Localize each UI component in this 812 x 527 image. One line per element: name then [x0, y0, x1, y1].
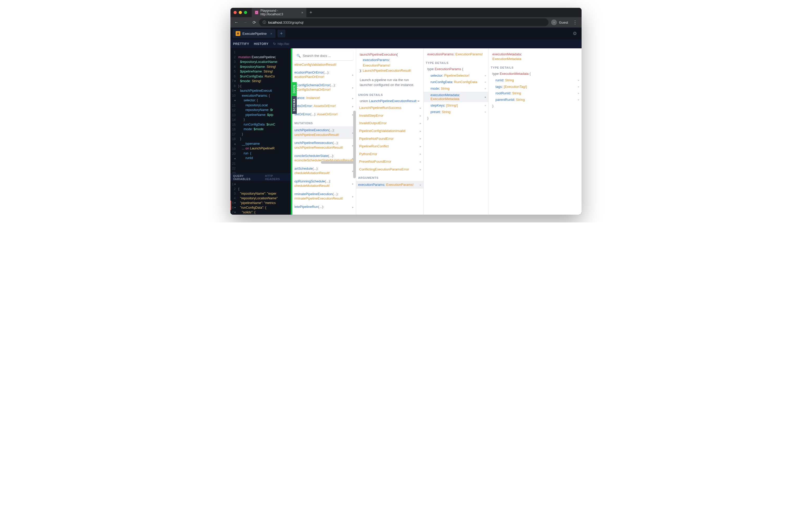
union-member[interactable]: ConflictingExecutionParamsError▸ [356, 166, 423, 173]
list-item[interactable]: stance: Instance!▸ [292, 94, 356, 102]
profile-chip[interactable]: ◦ Guest [550, 19, 570, 25]
union-member[interactable]: InvalidOutputError▸ [356, 119, 423, 127]
type-field[interactable]: mode: String▸ [424, 85, 489, 92]
playground-tab[interactable]: M ExecutePipeline × [233, 29, 275, 38]
variables-header[interactable]: QUERY VARIABLES HTTP HEADERS [230, 174, 291, 181]
avatar-icon: ◦ [551, 19, 557, 25]
endpoint-text: http://loc [277, 42, 289, 46]
union-member[interactable]: PipelineConfigValidationInvalid▸ [356, 127, 423, 135]
chevron-right-icon: ▸ [352, 195, 354, 198]
chevron-right-icon: ▸ [420, 137, 421, 140]
type-field[interactable]: preset: String▸ [424, 109, 489, 115]
mutations-header: MUTATIONS [292, 119, 356, 126]
union-member[interactable]: PipelineNotFoundError▸ [356, 135, 423, 143]
forward-button[interactable]: → [241, 18, 249, 26]
list-item[interactable]: ecutionPlanOrError(...):ecutionPlanOrErr… [292, 69, 356, 81]
arguments-header: ARGUMENTS [356, 173, 423, 181]
variables-code[interactable]: { "repositoryName": "exper "repositoryLo… [237, 181, 291, 215]
side-tabs: DOCS SCHEMA [292, 82, 297, 114]
chevron-right-icon: ▸ [420, 106, 421, 110]
type-details-header: TYPE DETAILS [489, 63, 582, 71]
type-close: } [424, 115, 489, 121]
type-field[interactable]: parentRunId: String▸ [489, 96, 582, 103]
type-close: } [489, 103, 582, 109]
line-gutter: 1234567 ▾89 ▾10 ▾1112131415161718 ▾1920 … [230, 48, 237, 174]
chevron-right-icon: ▸ [578, 98, 579, 101]
chevron-right-icon: ▸ [420, 160, 421, 164]
type-field[interactable]: stepKeys: [String!]▸ [424, 102, 489, 109]
list-item[interactable]: opRunningSchedule(...):cheduleMutationRe… [292, 178, 356, 190]
docs-search[interactable]: 🔍 [294, 51, 353, 60]
favicon-icon [255, 11, 258, 14]
new-tab-button[interactable]: + [306, 10, 316, 15]
list-item[interactable]: letePipelineRun(...):▸ [292, 203, 356, 211]
argument-item[interactable]: executionParams: ExecutionParams! ▸ [356, 181, 423, 189]
list-item[interactable]: artSchedule(...):cheduleMutationResult!▸ [292, 165, 356, 178]
tab-close-icon[interactable]: × [301, 11, 303, 15]
docs-detail-column: launchPipelineExecution( executionParams… [356, 48, 424, 215]
profile-label: Guest [559, 20, 568, 25]
type-open: type ExecutionParams { [424, 66, 489, 72]
playground-toolbar: PRETTIFY HISTORY ↻ http://loc [230, 40, 582, 48]
query-editor[interactable]: 1234567 ▾89 ▾10 ▾1112131415161718 ▾1920 … [230, 48, 291, 215]
endpoint-display[interactable]: ↻ http://loc [273, 42, 289, 46]
list-item[interactable]: elineConfigValidationResult! [292, 62, 356, 69]
zoom-icon[interactable] [244, 11, 247, 14]
variables-editor[interactable]: 1 ▾2345 ▾6 ▾7 ▾ { "repositoryName": "exp… [230, 181, 291, 215]
list-item[interactable]: setOrError(...): AssetOrError!▸ [292, 110, 356, 119]
browser-navbar: ← → ⟳ ⓘ localhost:3333/graphql ◦ Guest ⋮ [230, 17, 582, 28]
chevron-right-icon: ▸ [420, 167, 421, 171]
http-headers-label[interactable]: HTTP HEADERS [265, 175, 288, 181]
type-field[interactable]: runConfigData: RunConfigData▸ [424, 79, 489, 85]
docs-nested-type-column: executionMetadata:ExecutionMetadata TYPE… [489, 48, 582, 215]
list-item[interactable]: nConfigSchemaOrError(...):nConfigSchemaO… [292, 81, 356, 94]
list-item[interactable]: unchPipelineReexecution(...):unchPipelin… [292, 139, 356, 152]
search-icon: 🔍 [296, 54, 301, 58]
type-field[interactable]: executionMetadata: ExecutionMetadata▸ [424, 92, 489, 102]
history-button[interactable]: HISTORY [254, 42, 269, 46]
prettify-button[interactable]: PRETTIFY [233, 42, 249, 46]
type-field[interactable]: tags: [ExecutionTag!]▸ [489, 84, 582, 90]
union-member[interactable]: PipelineRunConflict▸ [356, 142, 423, 150]
browser-menu-button[interactable]: ⋮ [571, 19, 579, 25]
type-field[interactable]: runId: String▸ [489, 77, 582, 84]
playground-tab-close-icon[interactable]: × [270, 32, 272, 35]
field-description: Launch a pipeline run via the run launch… [356, 75, 423, 90]
union-member[interactable]: LaunchPipelineRunSuccess▸ [356, 104, 423, 112]
docs-search-input[interactable] [303, 54, 351, 58]
type-breadcrumb: executionParams: ExecutionParams! [424, 48, 489, 58]
list-item[interactable]: concileSchedulerState(...):econcileSched… [292, 152, 356, 165]
chevron-right-icon: ▸ [578, 78, 579, 82]
browser-window: Playground - http://localhost:3 × + ← → … [230, 8, 582, 215]
list-item[interactable]: rminatePipelineExecution(...):rminatePip… [292, 190, 356, 203]
list-item[interactable]: unchPipelineExecution(...):unchPipelineE… [292, 126, 356, 139]
type-open: type ExecutionMetadata { [489, 71, 582, 77]
chevron-right-icon: ▸ [578, 91, 579, 95]
union-member[interactable]: PythonError▸ [356, 150, 423, 158]
union-member[interactable]: InvalidStepError▸ [356, 112, 423, 120]
chevron-right-icon: ▸ [420, 129, 421, 133]
close-icon[interactable] [234, 11, 237, 14]
playground-new-tab[interactable]: + [277, 30, 285, 37]
reload-button[interactable]: ⟳ [250, 18, 258, 26]
chevron-right-icon: ▸ [485, 87, 487, 90]
type-details-header: TYPE DETAILS [424, 58, 489, 66]
chevron-right-icon: ▸ [485, 110, 487, 114]
address-bar[interactable]: ⓘ localhost:3333/graphql [259, 18, 549, 26]
browser-tab[interactable]: Playground - http://localhost:3 × [252, 8, 306, 18]
vertical-scrollbar[interactable] [353, 111, 356, 178]
minimize-icon[interactable] [239, 11, 242, 14]
list-item[interactable]: setsOrError: AssetsOrError!▸ [292, 102, 356, 110]
back-button[interactable]: ← [233, 18, 240, 26]
type-field[interactable]: selector: PipelineSelector!▸ [424, 72, 489, 79]
reload-icon: ↻ [273, 42, 276, 46]
code-area[interactable]: mutation ExecutePipeline( $repositoryLoc… [237, 48, 291, 174]
browser-tab-strip: Playground - http://localhost:3 × + [252, 8, 316, 18]
type-field[interactable]: rootRunId: String▸ [489, 90, 582, 96]
settings-button[interactable]: ⚙ [570, 31, 579, 36]
playground-tab-label: ExecutePipeline [242, 32, 266, 35]
type-breadcrumb: executionMetadata:ExecutionMetadata [489, 48, 582, 63]
docs-tab[interactable]: DOCS [292, 82, 297, 96]
schema-tab[interactable]: SCHEMA [292, 96, 297, 114]
union-member[interactable]: PresetNotFoundError▸ [356, 158, 423, 166]
